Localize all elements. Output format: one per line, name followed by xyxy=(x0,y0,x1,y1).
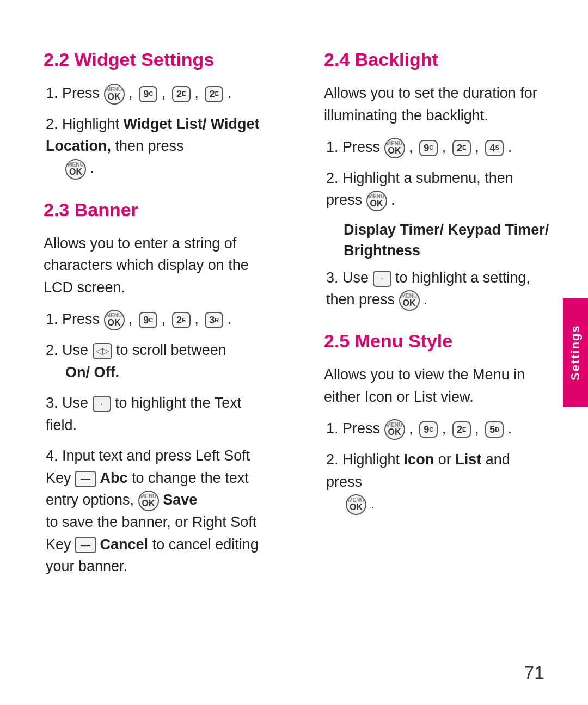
backlight-subsection: Display Timer/ Keypad Timer/ Brightness xyxy=(344,220,550,261)
ok-key-4: MENU OK xyxy=(138,491,159,511)
menu-style-title: 2.5 Menu Style xyxy=(324,330,550,352)
left-column: 2.2 Widget Settings 1. Press MENU OK , 9… xyxy=(44,44,280,586)
num2-key-1: 2E xyxy=(172,86,191,102)
banner-step4-bold2: Save xyxy=(163,492,197,508)
menu-style-step2-bold1: Icon xyxy=(404,451,434,468)
ok-key-8: MENU OK xyxy=(384,419,405,440)
ok-key-6: MENU OK xyxy=(366,191,387,211)
banner-step2-bold: On/ Off. xyxy=(46,364,119,381)
banner-title: 2.3 Banner xyxy=(44,199,270,220)
menu-style-step1-text: 1. Press xyxy=(326,420,380,437)
num9-key-2: 9C xyxy=(139,312,157,328)
backlight-step3-pre: 3. Use xyxy=(326,269,369,286)
banner-step2-pre: 2. Use xyxy=(46,342,88,358)
nav-left-right-key: ◁▷ xyxy=(93,343,112,359)
num2-key-4: 2E xyxy=(452,140,471,156)
ok-key-5: MENU OK xyxy=(384,138,405,158)
backlight-step2: 2. Highlight a submenu, then press MENU … xyxy=(324,167,550,211)
widget-settings-title: 2.2 Widget Settings xyxy=(44,49,270,70)
sidebar-tab: Settings xyxy=(563,298,588,407)
num2-key-2: 2E xyxy=(205,86,223,102)
widget-step2: 2. Highlight Widget List/ Widget Locatio… xyxy=(44,113,270,180)
widget-step1: 1. Press MENU OK , 9C , 2E , 2E . xyxy=(44,82,270,105)
widget-step1-text: 1. Press xyxy=(46,85,100,101)
divider-line xyxy=(501,661,544,661)
section-banner: 2.3 Banner Allows you to enter a string … xyxy=(44,199,270,578)
widget-step2-pre: 2. Highlight xyxy=(46,116,119,132)
num9-key-4: 9C xyxy=(419,421,438,438)
num4-key-1: 4S xyxy=(485,140,504,156)
page-number: 71 xyxy=(524,662,544,683)
ok-key-3: MENU OK xyxy=(104,310,125,330)
backlight-step2-pre: 2. Highlight a submenu, then press xyxy=(326,170,513,209)
menu-style-step2: 2. Highlight Icon or List and press MENU… xyxy=(324,449,550,515)
backlight-step1: 1. Press MENU OK , 9C , 2E , 4S . xyxy=(324,136,550,158)
ok-key-9: MENU OK xyxy=(346,494,366,515)
banner-step1-text: 1. Press xyxy=(46,311,100,327)
num9-key-3: 9C xyxy=(419,140,438,156)
menu-style-step2-pre: 2. Highlight xyxy=(326,451,400,468)
banner-body: Allows you to enter a string of characte… xyxy=(44,232,270,299)
widget-step2-post: then press xyxy=(115,138,184,154)
soft-key-left: — xyxy=(75,471,96,487)
banner-step4-bold1: Abc xyxy=(100,470,128,486)
num5-key-1: 5D xyxy=(485,421,504,438)
banner-step4-bold3: Cancel xyxy=(100,536,149,553)
ok-key-1: MENU OK xyxy=(104,84,125,105)
soft-key-right: — xyxy=(75,537,96,553)
banner-step4: 4. Input text and press Left Soft Key — … xyxy=(44,445,270,577)
num2-key-3: 2E xyxy=(172,312,191,328)
sidebar-label: Settings xyxy=(568,324,583,381)
banner-step1: 1. Press MENU OK , 9C , 2E , 3R . xyxy=(44,308,270,330)
nav-dot-key-2: · xyxy=(373,271,391,287)
section-menu-style: 2.5 Menu Style Allows you to view the Me… xyxy=(324,330,550,515)
section-widget-settings: 2.2 Widget Settings 1. Press MENU OK , 9… xyxy=(44,49,270,180)
banner-step3-pre: 3. Use xyxy=(46,395,88,411)
num9-key-1: 9C xyxy=(139,86,157,102)
menu-style-body: Allows you to view the Menu in either Ic… xyxy=(324,364,550,408)
section-backlight: 2.4 Backlight Allows you to set the dura… xyxy=(324,49,550,311)
menu-style-step1: 1. Press MENU OK , 9C , 2E , 5D . xyxy=(324,418,550,440)
backlight-body: Allows you to set the duration for illum… xyxy=(324,82,550,126)
banner-step2: 2. Use ◁▷ to scroll between On/ Off. xyxy=(44,339,270,383)
num2-key-5: 2E xyxy=(452,421,471,438)
backlight-step3: 3. Use · to highlight a setting, then pr… xyxy=(324,267,550,311)
nav-dot-key: · xyxy=(93,396,111,412)
ok-key-2: MENU OK xyxy=(65,159,86,180)
ok-key-7: MENU OK xyxy=(399,290,420,311)
right-column: 2.4 Backlight Allows you to set the dura… xyxy=(313,44,550,586)
menu-style-step2-mid: or xyxy=(438,451,451,468)
backlight-title: 2.4 Backlight xyxy=(324,49,550,70)
menu-style-step2-bold2: List xyxy=(455,451,481,468)
num3-key-1: 3R xyxy=(205,312,223,328)
banner-step3: 3. Use · to highlight the Text field. xyxy=(44,392,270,436)
banner-step2-post: to scroll between xyxy=(116,342,226,358)
backlight-step1-text: 1. Press xyxy=(326,139,380,155)
